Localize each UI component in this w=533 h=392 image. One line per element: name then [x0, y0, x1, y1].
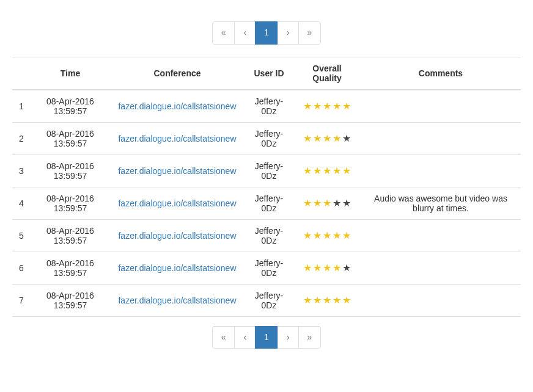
star-icon: ★ — [313, 230, 322, 241]
cell-comments — [361, 154, 521, 187]
page-next-button[interactable]: › — [278, 326, 299, 349]
page-number-button[interactable]: 1 — [255, 326, 278, 349]
conference-link[interactable]: fazer.dialogue.io/callstatsionew — [118, 263, 236, 273]
header-user-id: User ID — [244, 57, 293, 90]
cell-overall-quality: ★★★★★ — [293, 122, 361, 154]
star-icon: ★ — [303, 100, 312, 112]
star-icon: ★ — [303, 230, 312, 241]
cell-comments — [361, 122, 521, 154]
star-icon: ★ — [333, 262, 341, 274]
cell-overall-quality: ★★★★★ — [293, 219, 361, 252]
star-icon: ★ — [303, 294, 312, 306]
cell-overall-quality: ★★★★★ — [293, 284, 361, 316]
page-prev-button[interactable]: ‹ — [234, 326, 255, 349]
star-icon: ★ — [323, 262, 331, 274]
cell-conference: fazer.dialogue.io/callstatsionew — [110, 90, 244, 123]
cell-time: 08-Apr-2016 13:59:57 — [31, 122, 110, 154]
pagination-top: « ‹ 1 › » — [12, 21, 521, 45]
page-first-button[interactable]: « — [212, 326, 235, 349]
conference-link[interactable]: fazer.dialogue.io/callstatsionew — [118, 296, 236, 305]
cell-comments — [361, 252, 521, 284]
star-icon: ★ — [323, 132, 331, 144]
star-icon: ★ — [303, 132, 312, 144]
star-icon: ★ — [333, 197, 341, 209]
page-number-button[interactable]: 1 — [255, 21, 278, 45]
cell-comments: Audio was awesome but video was blurry a… — [361, 187, 521, 219]
cell-time: 08-Apr-2016 13:59:57 — [31, 187, 110, 219]
cell-user-id: Jeffery-0Dz — [244, 122, 293, 154]
star-icon: ★ — [303, 165, 312, 176]
cell-conference: fazer.dialogue.io/callstatsionew — [110, 252, 244, 284]
conference-link[interactable]: fazer.dialogue.io/callstatsionew — [118, 231, 236, 241]
cell-user-id: Jeffery-0Dz — [244, 284, 293, 316]
star-icon: ★ — [342, 262, 351, 274]
star-icon: ★ — [313, 165, 322, 176]
cell-user-id: Jeffery-0Dz — [244, 219, 293, 252]
cell-index: 2 — [12, 122, 31, 154]
header-conference: Conference — [110, 57, 244, 90]
star-icon: ★ — [303, 197, 312, 209]
cell-time: 08-Apr-2016 13:59:57 — [31, 154, 110, 187]
star-icon: ★ — [313, 197, 322, 209]
conference-link[interactable]: fazer.dialogue.io/callstatsionew — [118, 166, 236, 176]
star-rating: ★★★★★ — [303, 262, 351, 274]
star-icon: ★ — [342, 132, 351, 144]
table-header-row: Time Conference User ID Overall Quality … — [12, 57, 521, 90]
header-time: Time — [31, 57, 110, 90]
page-prev-button[interactable]: ‹ — [234, 21, 255, 45]
cell-comments — [361, 90, 521, 123]
page-last-button[interactable]: » — [298, 326, 322, 349]
cell-index: 6 — [12, 252, 31, 284]
table-row: 208-Apr-2016 13:59:57fazer.dialogue.io/c… — [12, 122, 521, 154]
cell-comments — [361, 219, 521, 252]
table-row: 308-Apr-2016 13:59:57fazer.dialogue.io/c… — [12, 154, 521, 187]
star-rating: ★★★★★ — [303, 100, 351, 112]
cell-conference: fazer.dialogue.io/callstatsionew — [110, 154, 244, 187]
cell-user-id: Jeffery-0Dz — [244, 90, 293, 123]
table-row: 708-Apr-2016 13:59:57fazer.dialogue.io/c… — [12, 284, 521, 316]
cell-conference: fazer.dialogue.io/callstatsionew — [110, 187, 244, 219]
page-next-button[interactable]: › — [278, 21, 299, 45]
header-comments: Comments — [361, 57, 521, 90]
cell-overall-quality: ★★★★★ — [293, 90, 361, 123]
cell-index: 4 — [12, 187, 31, 219]
star-icon: ★ — [333, 100, 341, 112]
feedback-table: Time Conference User ID Overall Quality … — [12, 57, 521, 317]
pagination-group: « ‹ 1 › » — [212, 326, 322, 349]
page-first-button[interactable]: « — [212, 21, 235, 45]
cell-time: 08-Apr-2016 13:59:57 — [31, 90, 110, 123]
star-icon: ★ — [323, 230, 331, 241]
star-rating: ★★★★★ — [303, 294, 351, 306]
conference-link[interactable]: fazer.dialogue.io/callstatsionew — [118, 134, 236, 143]
star-icon: ★ — [313, 100, 322, 112]
cell-index: 3 — [12, 154, 31, 187]
page-last-button[interactable]: » — [298, 21, 322, 45]
star-icon: ★ — [303, 262, 312, 274]
star-icon: ★ — [313, 132, 322, 144]
cell-conference: fazer.dialogue.io/callstatsionew — [110, 219, 244, 252]
table-row: 508-Apr-2016 13:59:57fazer.dialogue.io/c… — [12, 219, 521, 252]
header-index — [12, 57, 31, 90]
cell-conference: fazer.dialogue.io/callstatsionew — [110, 284, 244, 316]
conference-link[interactable]: fazer.dialogue.io/callstatsionew — [118, 198, 236, 208]
cell-index: 7 — [12, 284, 31, 316]
star-rating: ★★★★★ — [303, 132, 351, 144]
star-rating: ★★★★★ — [303, 197, 351, 209]
conference-link[interactable]: fazer.dialogue.io/callstatsionew — [118, 101, 236, 111]
table-row: 408-Apr-2016 13:59:57fazer.dialogue.io/c… — [12, 187, 521, 219]
star-icon: ★ — [342, 100, 351, 112]
cell-user-id: Jeffery-0Dz — [244, 252, 293, 284]
cell-time: 08-Apr-2016 13:59:57 — [31, 284, 110, 316]
cell-index: 5 — [12, 219, 31, 252]
header-overall-quality: Overall Quality — [293, 57, 361, 90]
star-icon: ★ — [342, 165, 351, 176]
table-row: 608-Apr-2016 13:59:57fazer.dialogue.io/c… — [12, 252, 521, 284]
star-icon: ★ — [342, 230, 351, 241]
cell-overall-quality: ★★★★★ — [293, 187, 361, 219]
star-icon: ★ — [313, 262, 322, 274]
star-icon: ★ — [323, 165, 331, 176]
star-icon: ★ — [333, 132, 341, 144]
star-rating: ★★★★★ — [303, 165, 351, 176]
star-icon: ★ — [323, 294, 331, 306]
cell-time: 08-Apr-2016 13:59:57 — [31, 219, 110, 252]
